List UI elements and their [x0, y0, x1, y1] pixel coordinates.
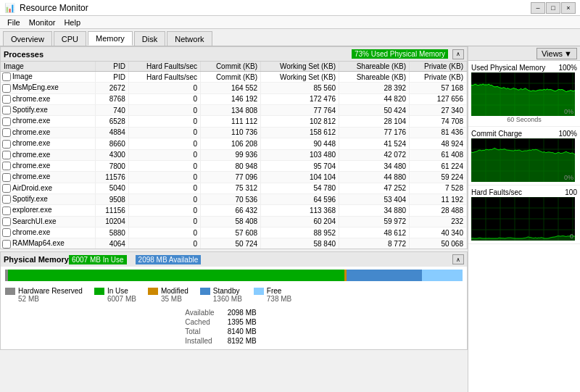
chart-canvas-hardfaults: 0 — [471, 197, 575, 241]
table-row[interactable]: SearchUI.exe10204058 40860 20459 972232 — [1, 216, 467, 227]
cell-workingSet: 103 480 — [261, 149, 339, 160]
tab-disk[interactable]: Disk — [134, 31, 165, 46]
row-checkbox[interactable] — [2, 151, 11, 159]
tab-memory[interactable]: Memory — [88, 31, 133, 46]
col-shareable[interactable]: Shareable (KB) — [339, 62, 410, 72]
row-checkbox[interactable] — [2, 72, 11, 81]
row-checkbox[interactable] — [2, 117, 11, 126]
close-button[interactable]: × — [561, 2, 576, 14]
col-commit[interactable]: Commit (KB) — [201, 62, 261, 72]
table-row[interactable]: chrome.exe4300099 936103 48042 07261 408 — [1, 149, 467, 160]
cell-commit: Commit (KB) — [201, 72, 261, 83]
row-checkbox[interactable] — [2, 106, 11, 114]
chart3-canvas — [471, 197, 575, 241]
cell-shareable: Shareable (KB) — [339, 72, 410, 83]
cell-private: 27 340 — [410, 105, 467, 116]
chart-section-physical: Used Physical Memory 100% 0% 60 Seconds — [468, 61, 580, 127]
row-checkbox[interactable] — [2, 217, 11, 226]
cell-private: 74 708 — [410, 116, 467, 127]
tab-cpu[interactable]: CPU — [54, 31, 86, 46]
table-row[interactable]: chrome.exe86600106 20890 44841 52448 924 — [1, 138, 467, 149]
table-row[interactable]: chrome.exe65280111 112102 81228 10474 70… — [1, 116, 467, 127]
cell-shareable: 77 176 — [339, 127, 410, 138]
table-row[interactable]: chrome.exe7800080 94895 70434 48061 224 — [1, 160, 467, 171]
table-row[interactable]: ImagePIDHard Faults/secCommit (KB)Workin… — [1, 72, 467, 83]
legend-box-standby — [200, 288, 210, 295]
cell-pid: 4300 — [95, 149, 128, 160]
row-checkbox[interactable] — [2, 207, 11, 215]
table-row[interactable]: chrome.exe87680146 192172 47644 820127 6… — [1, 93, 467, 104]
row-checkbox[interactable] — [2, 228, 11, 237]
table-row[interactable]: Spotify.exe9508070 53664 59653 40411 192 — [1, 193, 467, 204]
table-row[interactable]: Spotify.exe7400134 80877 76450 42427 340 — [1, 105, 467, 116]
menu-file[interactable]: File — [3, 17, 25, 28]
table-row[interactable]: chrome.exe48840110 736158 61277 17681 43… — [1, 127, 467, 138]
col-image[interactable]: Image — [1, 62, 95, 72]
processes-collapse-btn[interactable]: ∧ — [452, 49, 464, 59]
cell-commit: 58 408 — [201, 216, 261, 227]
processes-table: Image PID Hard Faults/sec Commit (KB) Wo… — [1, 62, 467, 249]
row-checkbox[interactable] — [2, 140, 11, 149]
table-row[interactable]: MsMpEng.exe26720164 55285 56028 39257 16… — [1, 83, 467, 93]
table-row[interactable]: RAMMap64.exe4064050 72458 8408 77250 068 — [1, 238, 467, 249]
chart-label-commit: Commit Charge 100% — [471, 130, 577, 138]
row-checkbox[interactable] — [2, 195, 11, 204]
chart-bottom-commit: 0% — [564, 174, 573, 181]
tab-network[interactable]: Network — [167, 31, 212, 46]
table-row[interactable]: chrome.exe11576077 096104 10444 88059 22… — [1, 172, 467, 183]
row-checkbox[interactable] — [2, 84, 11, 93]
cell-workingSet: 54 780 — [261, 183, 339, 193]
maximize-button[interactable]: □ — [546, 2, 560, 14]
cell-workingSet: 113 368 — [261, 205, 339, 216]
chart-pct-commit: 100% — [558, 130, 577, 138]
cell-image: chrome.exe — [1, 116, 95, 127]
cell-shareable: 44 820 — [339, 93, 410, 104]
views-button[interactable]: Views ▼ — [536, 48, 577, 59]
table-row[interactable]: chrome.exe5880057 60888 95248 61240 340 — [1, 228, 467, 238]
cell-hardFaults: 0 — [128, 105, 200, 116]
physical-memory-section: Physical Memory 6007 MB In Use 2098 MB A… — [0, 251, 468, 350]
cell-hardFaults: 0 — [128, 149, 200, 160]
physical-memory-collapse-btn[interactable]: ∧ — [452, 254, 464, 264]
chart-pct-physical: 100% — [558, 64, 577, 72]
chart-label-physical: Used Physical Memory 100% — [471, 64, 577, 72]
cell-shareable: 28 392 — [339, 83, 410, 93]
cell-pid: 740 — [95, 105, 128, 116]
label-cached2: Cached — [179, 318, 220, 326]
row-checkbox[interactable] — [2, 128, 11, 137]
row-checkbox[interactable] — [2, 240, 11, 249]
processes-table-container[interactable]: Image PID Hard Faults/sec Commit (KB) Wo… — [0, 61, 468, 249]
table-row[interactable]: AirDroid.exe5040075 31254 78047 2527 528 — [1, 183, 467, 193]
tab-overview[interactable]: Overview — [3, 31, 52, 46]
cell-commit: 66 432 — [201, 205, 261, 216]
row-checkbox[interactable] — [2, 173, 11, 182]
cell-pid: 5880 — [95, 228, 128, 238]
row-checkbox[interactable] — [2, 184, 11, 193]
cell-private: Private (KB) — [410, 72, 467, 83]
table-row[interactable]: explorer.exe11156066 432113 36834 88028 … — [1, 205, 467, 216]
row-checkbox[interactable] — [2, 95, 11, 104]
menu-help[interactable]: Help — [59, 17, 85, 28]
cell-hardFaults: 0 — [128, 160, 200, 171]
row-checkbox[interactable] — [2, 162, 11, 170]
cell-pid: 11576 — [95, 172, 128, 183]
minimize-button[interactable]: – — [531, 2, 545, 14]
col-private[interactable]: Private (KB) — [410, 62, 467, 72]
chart-bottom-hardfaults: 0 — [570, 233, 573, 240]
cell-commit: 70 536 — [201, 193, 261, 204]
app-icon: 📊 — [4, 3, 15, 13]
col-workingset[interactable]: Working Set (KB) — [261, 62, 339, 72]
col-hardfaults[interactable]: Hard Faults/sec — [128, 62, 200, 72]
legend-value-standby: 1360 MB — [213, 295, 242, 303]
menu-monitor[interactable]: Monitor — [25, 17, 60, 28]
left-panel: Processes 73% Used Physical Memory ∧ Ima… — [0, 46, 468, 392]
cell-workingSet: 172 476 — [261, 93, 339, 104]
processes-badge: 73% Used Physical Memory — [352, 49, 448, 59]
cell-image: Spotify.exe — [1, 193, 95, 204]
col-pid[interactable]: PID — [95, 62, 128, 72]
legend-box-modified — [148, 288, 158, 295]
cell-commit: 75 312 — [201, 183, 261, 193]
memory-bar-container — [1, 267, 467, 284]
legend-value-free: 738 MB — [267, 295, 291, 303]
cell-hardFaults: 0 — [128, 183, 200, 193]
